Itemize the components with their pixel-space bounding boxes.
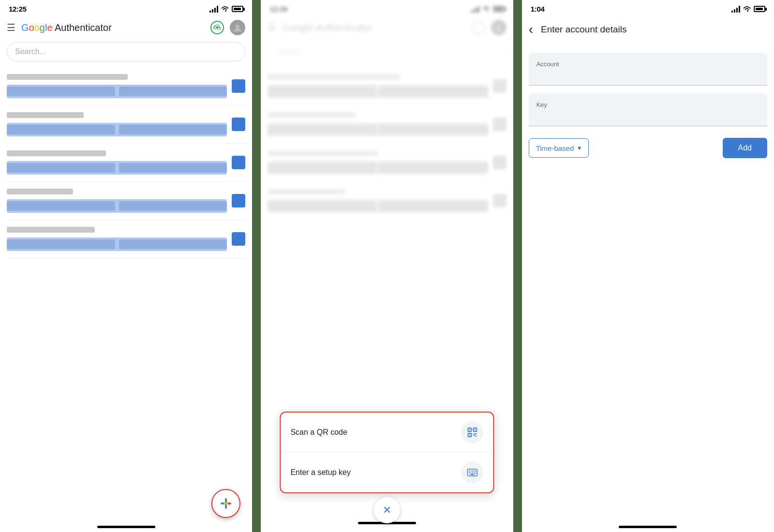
- code-timer: [232, 232, 245, 246]
- key-field[interactable]: Key: [529, 93, 767, 126]
- status-bar-3: 1:04: [522, 0, 774, 16]
- svg-rect-15: [472, 471, 473, 472]
- add-account-fab[interactable]: [211, 489, 240, 518]
- list-item: [268, 105, 506, 144]
- cloud-icon-2: ↑: [472, 21, 485, 34]
- svg-rect-22: [471, 474, 475, 475]
- account-info: [7, 189, 227, 213]
- app-title-2: Google Authenticator: [282, 22, 465, 33]
- search-input-2: Search...: [268, 42, 506, 61]
- user-avatar-1[interactable]: [230, 20, 245, 35]
- svg-rect-5: [469, 429, 470, 430]
- cloud-upload-icon-1[interactable]: [210, 21, 224, 34]
- svg-rect-11: [476, 436, 477, 437]
- account-info: [7, 227, 227, 251]
- svg-rect-8: [474, 433, 475, 434]
- account-label: Account: [536, 60, 759, 68]
- keyboard-icon: [461, 461, 484, 484]
- svg-rect-6: [475, 429, 476, 430]
- code-chunk: [7, 239, 115, 249]
- list-item: [7, 144, 245, 182]
- svg-rect-14: [471, 471, 472, 472]
- home-indicator-3: [619, 526, 677, 528]
- status-bar-1: 12:25: [0, 0, 252, 16]
- svg-rect-21: [474, 473, 475, 473]
- close-popup-fab[interactable]: ✕: [374, 497, 400, 523]
- account-info: [7, 74, 227, 98]
- status-icons-2: [471, 6, 505, 13]
- code-chunk: [119, 87, 227, 96]
- list-item: [268, 182, 506, 220]
- search-input-1[interactable]: Search...: [7, 42, 245, 61]
- svg-rect-23: [476, 473, 476, 473]
- form-actions: Time-based ▾ Add: [522, 134, 774, 158]
- svg-point-0: [236, 25, 239, 29]
- account-info: [7, 150, 227, 175]
- account-field[interactable]: Account: [529, 53, 767, 86]
- svg-rect-18: [469, 473, 470, 473]
- key-input[interactable]: [536, 110, 759, 120]
- panel-2: 12:26 ☰ Google Authenticator ↑ Search: [261, 0, 513, 532]
- svg-rect-9: [475, 433, 477, 434]
- app-header-2: ☰ Google Authenticator ↑: [261, 16, 513, 40]
- panel-3: 1:04 ‹ Enter account details Account Key: [522, 0, 774, 532]
- type-selector[interactable]: Time-based ▾: [529, 138, 589, 158]
- list-item: [7, 220, 245, 258]
- account-name-blur: [7, 74, 128, 80]
- svg-point-1: [497, 25, 501, 29]
- signal-icon-3: [731, 6, 740, 13]
- setup-key-label: Enter a setup key: [290, 468, 351, 477]
- account-name-blur: [7, 150, 106, 156]
- account-name-blur: [7, 112, 84, 118]
- blurred-account-list: [261, 67, 513, 220]
- fab-area-1: [0, 484, 252, 526]
- battery-icon-3: [754, 6, 765, 12]
- status-time-3: 1:04: [531, 5, 545, 13]
- code-chunk: [119, 201, 227, 211]
- key-label: Key: [536, 101, 759, 108]
- code-chunk: [7, 87, 115, 96]
- divider-2: [513, 0, 522, 532]
- account-details-form: Account Key: [522, 41, 774, 134]
- panel-1: 12:25 ☰ Google Authenticator: [0, 0, 252, 532]
- list-item: [7, 67, 245, 105]
- signal-icon-1: [209, 6, 218, 13]
- code-chunk: [7, 125, 115, 134]
- type-label: Time-based: [536, 144, 574, 152]
- svg-rect-16: [474, 471, 475, 472]
- code-chunk: [7, 201, 115, 211]
- scan-qr-item[interactable]: Scan a QR code: [281, 413, 493, 453]
- battery-icon-2: [493, 6, 505, 12]
- code-chunk: [119, 125, 227, 134]
- page-title: Enter account details: [541, 24, 626, 35]
- code-timer: [232, 156, 245, 169]
- account-input[interactable]: [536, 70, 759, 79]
- menu-icon-1[interactable]: ☰: [7, 22, 15, 33]
- add-method-popup: Scan a QR code Enter a setup key: [280, 412, 494, 493]
- add-button[interactable]: Add: [723, 138, 767, 158]
- enter-account-header: ‹ Enter account details: [522, 16, 774, 41]
- svg-rect-19: [471, 473, 472, 473]
- wifi-icon-3: [743, 6, 751, 12]
- list-item: [268, 144, 506, 182]
- enter-setup-key-item[interactable]: Enter a setup key: [281, 453, 493, 492]
- scan-qr-icon: [461, 421, 484, 443]
- status-icons-1: [209, 6, 243, 13]
- account-code-blur: [7, 85, 227, 98]
- code-timer: [232, 79, 245, 93]
- svg-rect-13: [469, 471, 470, 472]
- close-icon: ✕: [383, 504, 391, 517]
- list-item: [268, 67, 506, 105]
- account-name-blur: [7, 227, 95, 233]
- list-item: [7, 182, 245, 220]
- list-item: [7, 105, 245, 144]
- signal-icon-2: [471, 6, 479, 13]
- code-timer: [232, 194, 245, 207]
- code-timer: [232, 118, 245, 131]
- back-button[interactable]: ‹: [529, 22, 533, 37]
- wifi-icon-1: [221, 6, 229, 12]
- status-time-2: 12:26: [269, 5, 287, 13]
- home-indicator-1: [97, 526, 155, 528]
- account-code-blur: [7, 123, 227, 136]
- account-code-blur: [7, 199, 227, 213]
